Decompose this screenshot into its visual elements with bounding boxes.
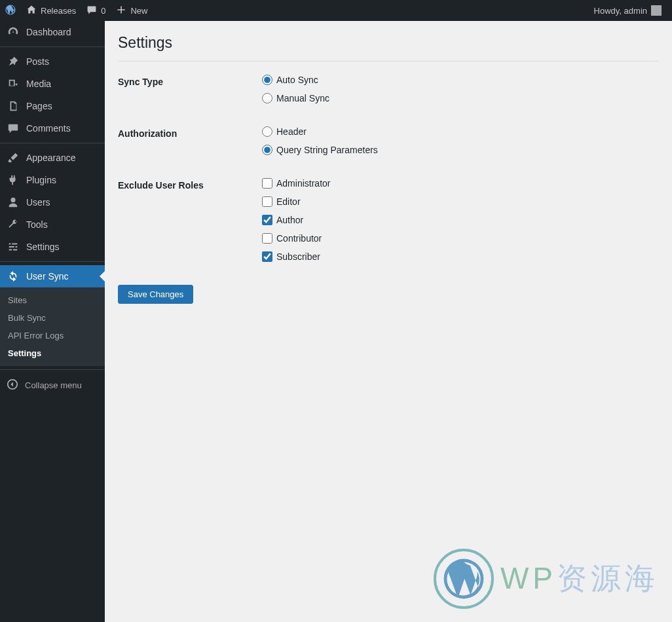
brush-icon [7, 152, 20, 164]
new-label: New [130, 6, 147, 16]
row-sync-type: Sync Type Auto Sync Manual Sync [118, 75, 659, 103]
radio-manual-sync[interactable] [262, 93, 272, 103]
row-authorization: Authorization Header Query String Parame… [118, 126, 659, 155]
avatar [651, 5, 662, 16]
sidebar-item-comments[interactable]: Comments [0, 117, 105, 139]
checkbox-contributor[interactable] [262, 233, 272, 244]
dashboard-icon [7, 26, 20, 38]
sub-item-sites[interactable]: Sites [0, 291, 105, 309]
account-link[interactable]: Howdy, admin [589, 0, 667, 21]
comment-count: 0 [101, 6, 105, 16]
plus-icon [116, 5, 126, 17]
sidebar-item-posts[interactable]: Posts [0, 50, 105, 73]
sidebar-item-appearance[interactable]: Appearance [0, 147, 105, 169]
checkbox-administrator-label[interactable]: Administrator [276, 178, 330, 189]
wordpress-icon [434, 549, 494, 609]
user-icon [7, 196, 20, 208]
sync-icon [7, 270, 20, 282]
site-name: Releases [41, 6, 76, 16]
comment-icon [86, 5, 97, 17]
radio-header-label[interactable]: Header [276, 126, 307, 137]
sidebar-item-dashboard[interactable]: Dashboard [0, 21, 105, 43]
sidebar-item-users[interactable]: Users [0, 191, 105, 213]
site-name-link[interactable]: Releases [21, 0, 81, 21]
sidebar-item-label: Settings [26, 242, 60, 252]
wrench-icon [7, 219, 20, 230]
checkbox-subscriber[interactable] [262, 251, 272, 262]
sub-item-settings[interactable]: Settings [0, 344, 105, 362]
checkbox-author-label[interactable]: Author [276, 215, 303, 225]
sub-item-api-error-logs[interactable]: API Error Logs [0, 327, 105, 344]
save-button[interactable]: Save Changes [118, 285, 193, 304]
radio-auto-sync-label[interactable]: Auto Sync [276, 75, 318, 85]
plug-icon [7, 174, 20, 186]
sidebar-item-plugins[interactable]: Plugins [0, 169, 105, 191]
wordpress-icon [5, 5, 16, 17]
sync-type-label: Sync Type [118, 75, 262, 103]
watermark-text: WP资源海 [500, 558, 659, 599]
wp-logo-menu[interactable] [0, 0, 21, 21]
pin-icon [7, 56, 20, 67]
checkbox-editor[interactable] [262, 196, 272, 207]
sidebar-item-label: Appearance [26, 153, 76, 163]
comments-icon [7, 122, 20, 134]
sliders-icon [7, 241, 20, 253]
new-content-link[interactable]: New [111, 0, 153, 21]
sidebar-item-settings[interactable]: Settings [0, 236, 105, 258]
sidebar-item-label: Media [26, 79, 51, 89]
radio-query-label[interactable]: Query String Parameters [276, 145, 378, 155]
sidebar-submenu: Sites Bulk Sync API Error Logs Settings [0, 287, 105, 366]
watermark: WP资源海 [434, 549, 659, 609]
sidebar-item-user-sync[interactable]: User Sync [0, 265, 105, 287]
pages-icon [7, 100, 20, 112]
comments-link[interactable]: 0 [81, 0, 111, 21]
radio-header[interactable] [262, 126, 272, 137]
sidebar-item-label: Tools [26, 219, 48, 230]
sub-item-bulk-sync[interactable]: Bulk Sync [0, 309, 105, 327]
checkbox-subscriber-label[interactable]: Subscriber [276, 251, 320, 262]
media-icon [7, 78, 20, 90]
sidebar-item-label: Plugins [26, 175, 56, 185]
radio-query[interactable] [262, 145, 272, 155]
radio-auto-sync[interactable] [262, 75, 272, 85]
checkbox-author[interactable] [262, 215, 272, 225]
sidebar-item-label: Comments [26, 123, 71, 134]
row-exclude-roles: Exclude User Roles Administrator Editor … [118, 178, 659, 262]
sidebar-item-label: Users [26, 197, 50, 208]
howdy-text: Howdy, admin [594, 6, 647, 16]
authorization-label: Authorization [118, 126, 262, 155]
exclude-roles-label: Exclude User Roles [118, 178, 262, 262]
sidebar-item-label: Dashboard [26, 27, 71, 37]
page-title: Settings [118, 34, 659, 62]
sidebar-item-label: User Sync [26, 271, 69, 282]
checkbox-administrator[interactable] [262, 178, 272, 189]
sidebar-item-label: Pages [26, 101, 52, 111]
collapse-label: Collapse menu [25, 380, 82, 390]
collapse-icon [7, 378, 18, 392]
sidebar-item-pages[interactable]: Pages [0, 95, 105, 117]
sidebar-item-tools[interactable]: Tools [0, 213, 105, 236]
home-icon [26, 5, 37, 17]
sidebar-item-label: Posts [26, 56, 49, 67]
collapse-menu[interactable]: Collapse menu [0, 373, 105, 397]
radio-manual-sync-label[interactable]: Manual Sync [276, 93, 329, 103]
admin-bar: Releases 0 New Howdy, admin [0, 0, 672, 21]
checkbox-contributor-label[interactable]: Contributor [276, 233, 322, 244]
checkbox-editor-label[interactable]: Editor [276, 196, 301, 207]
sidebar-item-media[interactable]: Media [0, 73, 105, 95]
admin-sidebar: Dashboard Posts Media Pages Comments App… [0, 21, 105, 622]
main-content: Settings Sync Type Auto Sync Manual Sync… [105, 21, 672, 622]
